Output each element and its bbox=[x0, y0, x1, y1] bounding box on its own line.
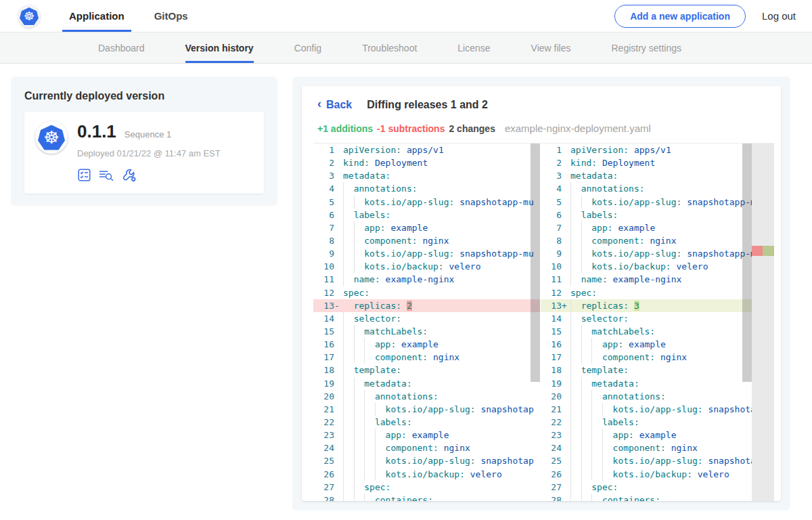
code-text: kots.io/app-slug: snapshotapp-mu bbox=[343, 247, 540, 260]
back-link[interactable]: ‹ Back bbox=[317, 98, 352, 112]
line-number: 15 bbox=[541, 325, 570, 338]
checklist-icon[interactable] bbox=[77, 168, 91, 182]
code-text: template: bbox=[570, 364, 767, 376]
main-content: Currently deployed version ☸ 0.1.1 Seque… bbox=[0, 64, 812, 511]
diff-panel-original: 1 apiVersion: apps/v12 kind: Deployment3… bbox=[313, 143, 540, 501]
code-text: app: example bbox=[570, 221, 767, 234]
code-text: labels: bbox=[343, 416, 540, 429]
subnav-item-version-history[interactable]: Version history bbox=[185, 32, 254, 63]
chevron-left-icon: ‹ bbox=[317, 97, 321, 111]
top-tab-application[interactable]: Application bbox=[62, 0, 131, 32]
code-text: component: nginx bbox=[570, 234, 767, 247]
scrollbar-thumb[interactable] bbox=[531, 144, 540, 382]
scrollbar-thumb[interactable] bbox=[742, 144, 752, 382]
subtractions-count: -1 subtractions bbox=[377, 123, 445, 134]
code-text: app: example bbox=[343, 221, 540, 234]
diff-line-27: 27 spec: bbox=[541, 481, 774, 494]
deployed-card-title: Currently deployed version bbox=[24, 90, 264, 102]
diff-line-12: 12 spec: bbox=[313, 286, 540, 299]
line-number: 18 bbox=[541, 364, 570, 376]
code-text: annotations: bbox=[343, 182, 540, 195]
diff-line-10: 10 kots.io/backup: velero bbox=[541, 260, 774, 273]
code-text: spec: bbox=[343, 481, 540, 494]
diff-line-1: 1 apiVersion: apps/v1 bbox=[313, 144, 540, 156]
line-number: 9 bbox=[541, 247, 570, 260]
line-number: 17 bbox=[541, 351, 570, 364]
code-text: replicas: 2 bbox=[343, 299, 540, 312]
diff-line-4: 4 annotations: bbox=[541, 182, 774, 195]
diff-line-16: 16 app: example bbox=[541, 338, 774, 351]
diff-line-25: 25 kots.io/app-slug: snapshotap bbox=[313, 454, 540, 467]
line-number: 19 bbox=[541, 377, 570, 390]
line-number: 16 bbox=[541, 338, 570, 351]
diff-line-18: 18 template: bbox=[541, 364, 774, 376]
diff-line-19: 19 metadata: bbox=[541, 377, 774, 390]
code-text: kots.io/app-slug: snapshotapp-mu bbox=[570, 247, 767, 260]
line-number: 15 bbox=[313, 325, 343, 338]
app-logo[interactable]: ☸ bbox=[18, 5, 41, 28]
code-text: replicas: 3 bbox=[570, 299, 767, 312]
line-number: 21 bbox=[541, 403, 570, 416]
diff-line-23: 23 app: example bbox=[541, 429, 774, 441]
diff-filename: example-nginx-deployment.yaml bbox=[505, 123, 651, 134]
line-number: 5 bbox=[541, 196, 570, 209]
code-text: metadata: bbox=[343, 169, 540, 182]
line-number: 6 bbox=[313, 209, 343, 221]
wrench-gear-icon[interactable] bbox=[122, 167, 137, 183]
code-text: matchLabels: bbox=[570, 325, 767, 338]
diff-line-8: 8 component: nginx bbox=[541, 234, 774, 247]
diff-line-28: 28 containers: bbox=[313, 494, 540, 501]
kubernetes-logo-icon: ☸ bbox=[38, 125, 65, 150]
line-number: 18 bbox=[313, 364, 343, 376]
topbar-actions: Add a new application Log out bbox=[614, 0, 812, 32]
code-text: metadata: bbox=[343, 377, 540, 390]
line-number: 5 bbox=[313, 196, 343, 209]
changes-count: 2 changes bbox=[449, 123, 495, 134]
subnav-item-dashboard[interactable]: Dashboard bbox=[98, 32, 145, 63]
diff-panels: 1 apiVersion: apps/v12 kind: Deployment3… bbox=[313, 143, 774, 501]
diff-line-4: 4 annotations: bbox=[313, 182, 540, 195]
line-number: 25 bbox=[541, 454, 570, 467]
code-text: spec: bbox=[570, 286, 767, 299]
line-number: 4 bbox=[313, 182, 343, 195]
line-number: 23 bbox=[541, 429, 570, 441]
line-number: 12 bbox=[541, 286, 570, 299]
line-number: 28 bbox=[313, 494, 343, 501]
logs-search-icon[interactable] bbox=[98, 168, 115, 182]
code-text: metadata: bbox=[570, 377, 767, 390]
additions-count: +1 additions bbox=[317, 123, 373, 134]
subnav-item-view-files[interactable]: View files bbox=[531, 32, 571, 63]
code-text: app: example bbox=[570, 429, 767, 441]
subnav-item-license[interactable]: License bbox=[457, 32, 490, 63]
diff-line-15: 15 matchLabels: bbox=[541, 325, 774, 338]
code-text: selector: bbox=[570, 312, 767, 325]
diff-overview-ruler[interactable] bbox=[752, 144, 774, 501]
code-text: apiVersion: apps/v1 bbox=[343, 144, 540, 156]
code-text: annotations: bbox=[343, 390, 540, 403]
top-tab-gitops[interactable]: GitOps bbox=[148, 0, 195, 32]
version-app-logo: ☸ bbox=[35, 121, 68, 154]
line-number: 1 bbox=[541, 144, 570, 156]
version-number: 0.1.1 bbox=[77, 121, 116, 142]
code-text: kots.io/app-slug: snapshotapp-mu bbox=[570, 196, 767, 209]
line-number: 22 bbox=[541, 416, 570, 429]
line-number: 7 bbox=[313, 221, 343, 234]
line-number: 11 bbox=[541, 273, 570, 286]
add-application-button[interactable]: Add a new application bbox=[614, 5, 746, 28]
subnav-item-troubleshoot[interactable]: Troubleshoot bbox=[362, 32, 417, 63]
line-number: 22 bbox=[313, 416, 343, 429]
logout-link[interactable]: Log out bbox=[762, 10, 796, 22]
line-number: 10 bbox=[313, 260, 343, 273]
diff-line-17: 17 component: nginx bbox=[313, 351, 540, 364]
subnav-item-config[interactable]: Config bbox=[294, 32, 321, 63]
code-text: kots.io/backup: velero bbox=[343, 468, 540, 481]
diff-line-6: 6 labels: bbox=[541, 209, 774, 221]
code-text: labels: bbox=[570, 209, 767, 221]
subnav-item-registry-settings[interactable]: Registry settings bbox=[611, 32, 681, 63]
line-number: 24 bbox=[541, 441, 570, 454]
diff-line-13: 13-replicas: 2 bbox=[313, 299, 540, 312]
line-number: 26 bbox=[313, 468, 343, 481]
line-number: 25 bbox=[313, 454, 343, 467]
code-text: kots.io/backup: velero bbox=[570, 468, 767, 481]
code-text: name: example-nginx bbox=[343, 273, 540, 286]
